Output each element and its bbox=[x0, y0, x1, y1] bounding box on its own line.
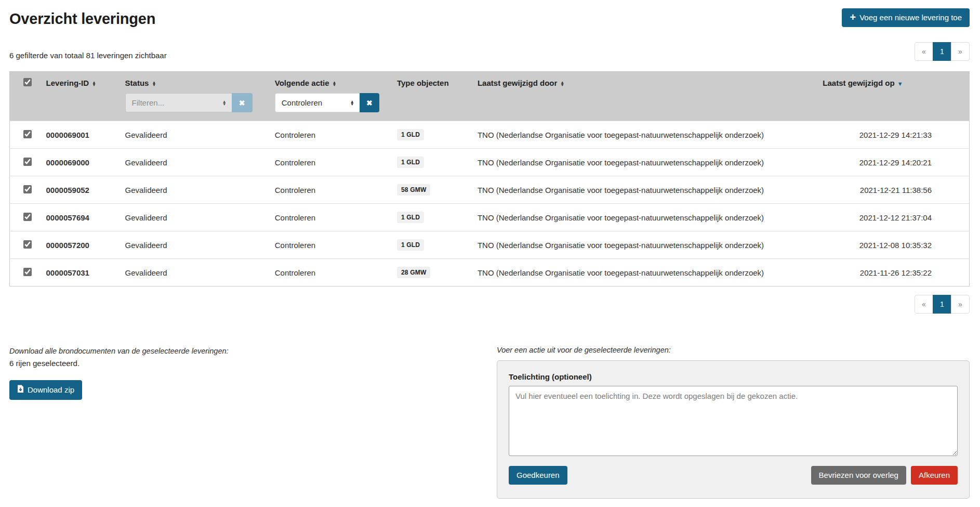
type-objecten-badge: 1 GLD bbox=[397, 212, 424, 223]
add-delivery-button[interactable]: + Voeg een nieuwe levering toe bbox=[842, 8, 970, 27]
levering-id-cell: 0000059052 bbox=[42, 176, 121, 204]
pagination-top: « 1 » bbox=[915, 42, 970, 61]
bevriezen-voor-overleg-button[interactable]: Bevriezen voor overleg bbox=[811, 466, 906, 485]
column-header-laatst-gewijzigd-door[interactable]: Laatst gewijzigd door▲▼ bbox=[473, 72, 818, 90]
volgende-actie-cell: Controleren bbox=[271, 149, 393, 176]
sort-icon: ▲▼ bbox=[333, 81, 337, 86]
action-panel: Toelichting (optioneel) Goedkeuren Bevri… bbox=[497, 360, 970, 499]
sort-desc-icon: ▼ bbox=[897, 81, 903, 87]
status-cell: Gevalideerd bbox=[121, 231, 271, 259]
table-row[interactable]: 0000059052 Gevalideerd Controleren 58 GM… bbox=[10, 176, 970, 204]
levering-id-cell: 0000057694 bbox=[42, 204, 121, 231]
row-checkbox[interactable] bbox=[23, 185, 32, 193]
selected-rows-count: 6 rijen geselecteerd. bbox=[9, 359, 497, 368]
plus-icon: + bbox=[850, 14, 856, 21]
gewijzigd-door-cell: TNO (Nederlandse Organisatie voor toegep… bbox=[473, 121, 818, 149]
volgende-actie-cell: Controleren bbox=[271, 121, 393, 149]
add-delivery-button-label: Voeg een nieuwe levering toe bbox=[859, 13, 962, 22]
download-section-heading: Download alle brondocumenten van de gese… bbox=[9, 347, 497, 355]
levering-id-cell: 0000057200 bbox=[42, 231, 121, 259]
column-header-status[interactable]: Status▲▼ bbox=[121, 72, 271, 90]
row-checkbox[interactable] bbox=[23, 213, 32, 221]
gewijzigd-door-cell: TNO (Nederlandse Organisatie voor toegep… bbox=[473, 149, 818, 176]
gewijzigd-op-cell: 2021-12-29 14:20:21 bbox=[818, 149, 969, 176]
table-row[interactable]: 0000057694 Gevalideerd Controleren 1 GLD… bbox=[10, 204, 970, 231]
action-section-heading: Voer een actie uit voor de geselecteerde… bbox=[497, 346, 970, 354]
levering-id-cell: 0000069000 bbox=[42, 149, 121, 176]
download-zip-button[interactable]: Download zip bbox=[9, 380, 82, 400]
pagination-page-1-button[interactable]: 1 bbox=[933, 42, 951, 61]
toelichting-textarea[interactable] bbox=[509, 386, 958, 456]
download-zip-button-label: Download zip bbox=[28, 385, 74, 395]
sort-icon: ▲▼ bbox=[560, 81, 564, 86]
type-objecten-badge: 1 GLD bbox=[397, 129, 424, 140]
pagination-page-1-button[interactable]: 1 bbox=[933, 295, 951, 314]
table-row[interactable]: 0000057200 Gevalideerd Controleren 1 GLD… bbox=[10, 231, 970, 259]
row-checkbox[interactable] bbox=[23, 130, 32, 138]
action-section: Voer een actie uit voor de geselecteerde… bbox=[497, 346, 970, 499]
pagination-next-button[interactable]: » bbox=[951, 42, 970, 61]
gewijzigd-op-cell: 2021-12-21 11:38:56 bbox=[818, 176, 969, 204]
table-row[interactable]: 0000069001 Gevalideerd Controleren 1 GLD… bbox=[10, 121, 970, 149]
select-all-checkbox[interactable] bbox=[23, 78, 32, 86]
row-checkbox[interactable] bbox=[23, 158, 32, 166]
volgende-actie-cell: Controleren bbox=[271, 176, 393, 204]
type-objecten-badge: 28 GMW bbox=[397, 267, 431, 278]
select-caret-icon: ▲▼ bbox=[350, 100, 354, 106]
gewijzigd-door-cell: TNO (Nederlandse Organisatie voor toegep… bbox=[473, 176, 818, 204]
type-objecten-badge: 1 GLD bbox=[397, 157, 424, 168]
volgende-actie-filter-clear-button[interactable]: ✖ bbox=[360, 93, 379, 112]
gewijzigd-op-cell: 2021-12-12 21:37:04 bbox=[818, 204, 969, 231]
table-header-row: Levering-ID▲▼ Status▲▼ Volgende actie▲▼ … bbox=[10, 72, 970, 90]
status-cell: Gevalideerd bbox=[121, 176, 271, 204]
deliveries-table: Levering-ID▲▼ Status▲▼ Volgende actie▲▼ … bbox=[9, 71, 970, 287]
column-header-type-objecten: Type objecten bbox=[393, 72, 473, 90]
gewijzigd-op-cell: 2021-12-08 10:35:32 bbox=[818, 231, 969, 259]
pagination-prev-button[interactable]: « bbox=[915, 42, 933, 61]
status-cell: Gevalideerd bbox=[121, 204, 271, 231]
status-cell: Gevalideerd bbox=[121, 121, 271, 149]
gewijzigd-door-cell: TNO (Nederlandse Organisatie voor toegep… bbox=[473, 231, 818, 259]
pagination-prev-button[interactable]: « bbox=[915, 295, 933, 314]
volgende-actie-cell: Controleren bbox=[271, 231, 393, 259]
status-filter: Filteren... ▲▼ ✖ bbox=[125, 93, 253, 112]
table-filter-row: Filteren... ▲▼ ✖ Controleren ▲▼ ✖ bbox=[10, 90, 970, 121]
row-checkbox[interactable] bbox=[23, 268, 32, 276]
column-header-levering-id[interactable]: Levering-ID▲▼ bbox=[42, 72, 121, 90]
type-objecten-badge: 1 GLD bbox=[397, 239, 424, 251]
status-filter-select[interactable]: Filteren... ▲▼ bbox=[125, 93, 232, 112]
toelichting-label: Toelichting (optioneel) bbox=[509, 372, 958, 381]
afkeuren-button[interactable]: Afkeuren bbox=[911, 466, 958, 485]
levering-id-cell: 0000057031 bbox=[42, 259, 121, 287]
table-row[interactable]: 0000069000 Gevalideerd Controleren 1 GLD… bbox=[10, 149, 970, 176]
download-file-icon bbox=[17, 385, 24, 395]
volgende-actie-filter: Controleren ▲▼ ✖ bbox=[275, 93, 379, 112]
page-title: Overzicht leveringen bbox=[9, 10, 155, 28]
sort-icon: ▲▼ bbox=[92, 81, 96, 86]
status-cell: Gevalideerd bbox=[121, 259, 271, 287]
pagination-next-button[interactable]: » bbox=[951, 295, 970, 314]
gewijzigd-door-cell: TNO (Nederlandse Organisatie voor toegep… bbox=[473, 204, 818, 231]
download-section: Download alle brondocumenten van de gese… bbox=[9, 346, 497, 400]
filter-summary-text: 6 gefilterde van totaal 81 leveringen zi… bbox=[9, 51, 167, 61]
gewijzigd-door-cell: TNO (Nederlandse Organisatie voor toegep… bbox=[473, 259, 818, 287]
status-filter-clear-button[interactable]: ✖ bbox=[232, 93, 253, 112]
type-objecten-badge: 58 GMW bbox=[397, 184, 431, 196]
row-checkbox[interactable] bbox=[23, 240, 32, 249]
column-header-volgende-actie[interactable]: Volgende actie▲▼ bbox=[271, 72, 393, 90]
levering-id-cell: 0000069001 bbox=[42, 121, 121, 149]
volgende-actie-filter-select[interactable]: Controleren ▲▼ bbox=[275, 93, 360, 112]
goedkeuren-button[interactable]: Goedkeuren bbox=[509, 466, 567, 485]
gewijzigd-op-cell: 2021-12-29 14:21:33 bbox=[818, 121, 969, 149]
gewijzigd-op-cell: 2021-11-26 12:35:22 bbox=[818, 259, 969, 287]
column-header-laatst-gewijzigd-op[interactable]: Laatst gewijzigd op▼ bbox=[818, 72, 969, 90]
table-row[interactable]: 0000057031 Gevalideerd Controleren 28 GM… bbox=[10, 259, 970, 287]
select-caret-icon: ▲▼ bbox=[222, 100, 227, 106]
volgende-actie-cell: Controleren bbox=[271, 259, 393, 287]
volgende-actie-cell: Controleren bbox=[271, 204, 393, 231]
pagination-bottom: « 1 » bbox=[915, 295, 970, 314]
sort-icon: ▲▼ bbox=[152, 81, 156, 86]
status-cell: Gevalideerd bbox=[121, 149, 271, 176]
